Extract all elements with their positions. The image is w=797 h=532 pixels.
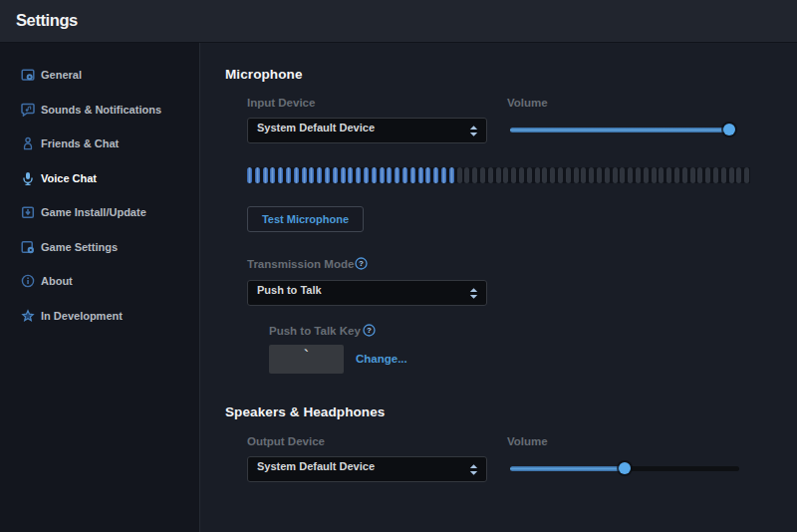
svg-text:?: ?	[359, 259, 364, 268]
svg-text:?: ?	[367, 326, 372, 335]
